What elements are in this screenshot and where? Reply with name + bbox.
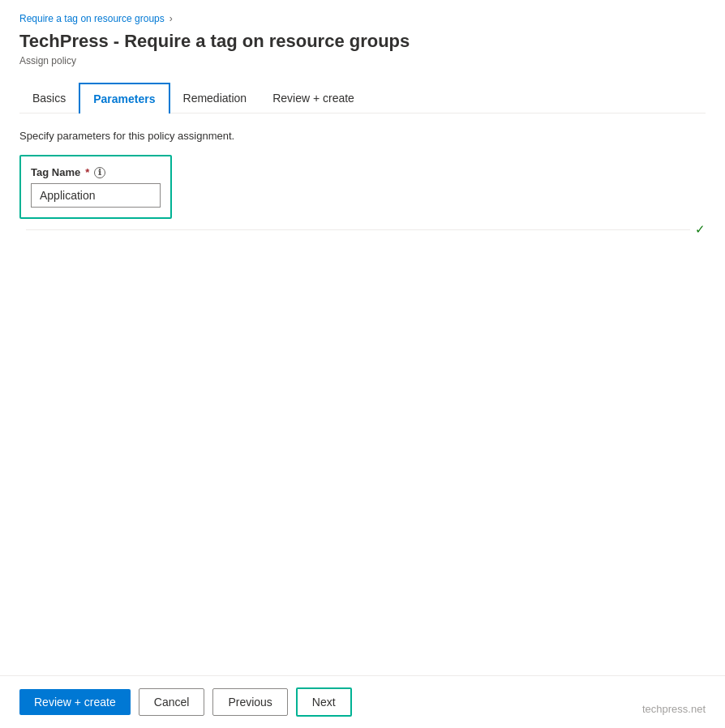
tab-basics[interactable]: Basics	[19, 83, 79, 113]
watermark: techpress.net	[642, 703, 706, 715]
page-container: Require a tag on resource groups › TechP…	[0, 0, 725, 728]
tag-name-required: *	[85, 166, 89, 178]
footer: Review + create Cancel Previous Next tec…	[0, 675, 725, 728]
input-line-right	[26, 229, 690, 230]
breadcrumb-chevron: ›	[169, 13, 173, 24]
review-create-button[interactable]: Review + create	[19, 689, 131, 715]
tag-name-label: Tag Name * ℹ	[31, 166, 161, 178]
tabs-container: Basics Parameters Remediation Review + c…	[19, 83, 706, 113]
next-button[interactable]: Next	[296, 687, 352, 717]
input-line-container: ✓	[19, 222, 706, 237]
breadcrumb-link[interactable]: Require a tag on resource groups	[19, 13, 165, 24]
tab-parameters[interactable]: Parameters	[79, 83, 169, 113]
tag-name-input[interactable]	[31, 183, 161, 208]
tag-name-field-group: Tag Name * ℹ	[19, 155, 172, 219]
main-content: Require a tag on resource groups › TechP…	[0, 0, 725, 675]
section-description: Specify parameters for this policy assig…	[19, 130, 706, 142]
breadcrumb: Require a tag on resource groups ›	[19, 13, 706, 24]
page-subtitle: Assign policy	[19, 55, 706, 66]
tag-name-label-text: Tag Name	[31, 166, 80, 178]
previous-button[interactable]: Previous	[212, 688, 287, 716]
tag-name-info-icon[interactable]: ℹ	[94, 167, 105, 178]
tab-remediation[interactable]: Remediation	[170, 83, 260, 113]
cancel-button[interactable]: Cancel	[139, 688, 205, 716]
tab-review-create[interactable]: Review + create	[260, 83, 367, 113]
checkmark-icon: ✓	[695, 222, 706, 237]
page-title: TechPress - Require a tag on resource gr…	[19, 31, 706, 52]
